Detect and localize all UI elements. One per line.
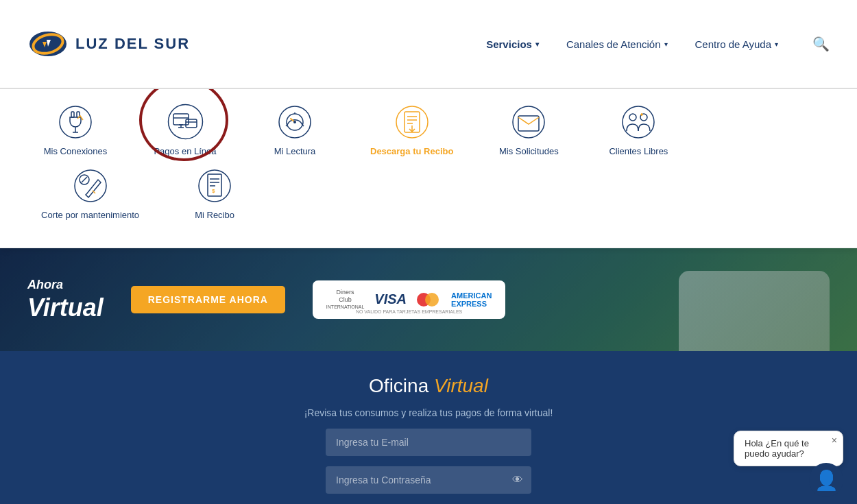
header: LUZ DEL SUR Servicios ▾ Canales de Atenc…: [0, 0, 857, 89]
password-wrapper: 👁: [326, 466, 531, 494]
menu-item-label: Corte por mantenimiento: [41, 210, 139, 220]
close-icon[interactable]: ×: [832, 435, 837, 446]
lectura-icon: [276, 103, 314, 141]
oficina-subtitle: ¡Revisa tus consumos y realiza tus pagos…: [304, 407, 553, 418]
svg-point-4: [60, 106, 91, 138]
menu-item-label: Mis Solicitudes: [499, 146, 559, 156]
menu-item-mis-solicitudes[interactable]: Mis Solicitudes: [494, 103, 563, 156]
svg-point-30: [513, 106, 544, 138]
hero-banner: Ahora Virtual REGISTRARME AHORA DinersCl…: [0, 248, 857, 351]
email-field[interactable]: [326, 429, 531, 456]
menu-item-descarga-recibo[interactable]: Descarga tu Recibo: [370, 103, 453, 156]
cards-note: NO VALIDO PARA TARJETAS EMPRESARIALES: [356, 309, 462, 314]
register-button[interactable]: REGISTRARME AHORA: [131, 286, 285, 313]
solicitudes-icon: [510, 103, 548, 141]
payment-cards: DinersClubINTERNATIONAL VISA AMERICANEXP…: [313, 280, 505, 319]
svg-point-24: [396, 106, 428, 138]
svg-rect-12: [186, 119, 197, 128]
menu-item-label: Descarga tu Recibo: [370, 146, 453, 156]
oficina-virtual-section: Oficina Virtual ¡Revisa tus consumos y r…: [0, 351, 857, 504]
svg-point-32: [623, 106, 654, 138]
eye-icon[interactable]: 👁: [512, 474, 523, 486]
svg-line-39: [82, 177, 87, 182]
search-icon[interactable]: 🔍: [812, 36, 830, 52]
menu-item-mis-conexiones[interactable]: Mis Conexiones: [41, 103, 110, 156]
chat-avatar-icon: 👤: [814, 469, 838, 492]
chat-bubble: × Hola ¿En qué te puedo ayudar?: [734, 431, 843, 466]
hero-content: Ahora Virtual REGISTRARME AHORA DinersCl…: [27, 278, 830, 322]
logo-icon: [27, 29, 69, 58]
menu-row-1: Mis Conexiones Pagos en Línea: [41, 103, 816, 156]
clientes-icon: [620, 103, 657, 141]
main-nav: Servicios ▾ Canales de Atención ▾ Centro…: [486, 36, 830, 52]
password-field[interactable]: [326, 466, 531, 494]
menu-item-corte-mantenimiento[interactable]: Corte por mantenimiento: [41, 167, 139, 220]
pagos-icon: [167, 103, 204, 141]
menu-item-clientes-libres[interactable]: Clientes Libres: [604, 103, 673, 156]
chevron-down-icon: ▾: [664, 40, 668, 48]
menu-item-mi-recibo[interactable]: $ Mi Recibo: [180, 167, 249, 220]
svg-text:$: $: [212, 188, 215, 194]
nav-servicios[interactable]: Servicios ▾: [486, 38, 539, 50]
phone-graphic: [679, 271, 830, 352]
nav-ayuda[interactable]: Centro de Ayuda ▾: [695, 38, 778, 50]
logo-area: LUZ DEL SUR: [27, 29, 486, 58]
menu-item-label: Mi Recibo: [195, 210, 234, 220]
chevron-down-icon: ▾: [775, 40, 778, 48]
menu-item-label: Mi Lectura: [274, 146, 316, 156]
menu-row-2: Corte por mantenimiento $ Mi Recibo: [41, 167, 816, 220]
chat-avatar[interactable]: 👤: [809, 463, 843, 497]
hero-title: Ahora Virtual: [27, 278, 104, 322]
recibo-icon: $: [196, 167, 234, 204]
nav-canales[interactable]: Canales de Atención ▾: [566, 38, 668, 50]
svg-rect-31: [518, 116, 539, 131]
descarga-icon: [393, 103, 431, 141]
chat-message: Hola ¿En qué te puedo ayudar?: [745, 438, 809, 459]
menu-item-pagos-en-linea[interactable]: Pagos en Línea: [151, 103, 219, 156]
conexiones-icon: [57, 103, 95, 141]
menu-item-mi-lectura[interactable]: Mi Lectura: [261, 103, 329, 156]
logo[interactable]: LUZ DEL SUR: [27, 29, 190, 58]
svg-point-33: [629, 114, 636, 121]
logo-text: LUZ DEL SUR: [75, 35, 190, 53]
oficina-title: Oficina Virtual: [369, 375, 488, 397]
services-dropdown: Mis Conexiones Pagos en Línea: [0, 89, 857, 248]
oficina-title-highlight: Virtual: [434, 375, 488, 396]
chevron-down-icon: ▾: [535, 40, 539, 48]
svg-rect-5: [71, 112, 74, 117]
menu-item-label: Mis Conexiones: [44, 146, 108, 156]
menu-item-label: Clientes Libres: [609, 146, 668, 156]
svg-point-37: [75, 170, 106, 202]
menu-item-label: Pagos en Línea: [154, 146, 216, 156]
corte-icon: [71, 167, 109, 204]
svg-point-20: [293, 121, 296, 123]
